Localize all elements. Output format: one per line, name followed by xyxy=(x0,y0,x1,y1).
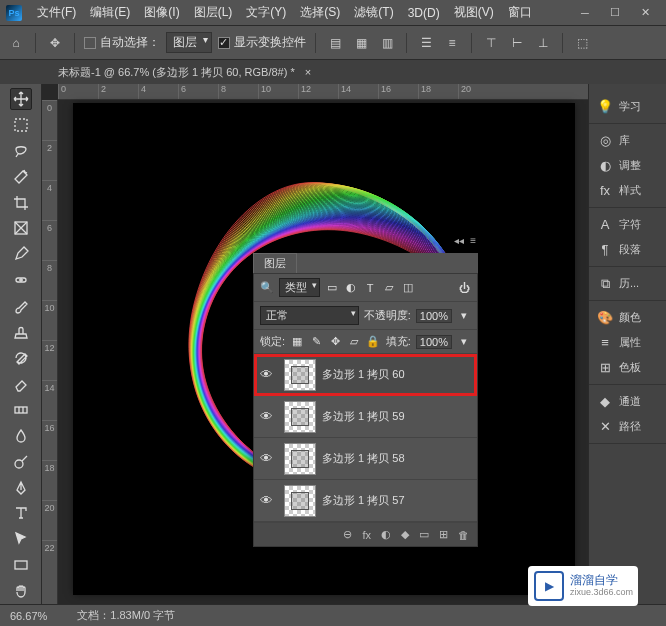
layer-row[interactable]: 👁多边形 1 拷贝 60 xyxy=(254,354,477,396)
panel-通道[interactable]: ◆通道 xyxy=(589,389,666,414)
layer-row[interactable]: 👁多边形 1 拷贝 57 xyxy=(254,480,477,522)
panel-属性[interactable]: ≡属性 xyxy=(589,330,666,355)
lock-pixels-icon[interactable]: ▦ xyxy=(290,335,304,349)
blur-tool[interactable] xyxy=(10,425,32,447)
panel-路径[interactable]: ✕路径 xyxy=(589,414,666,439)
visibility-icon[interactable]: 👁 xyxy=(254,367,278,382)
menu-select[interactable]: 选择(S) xyxy=(293,4,347,21)
layer-foot-btn-2[interactable]: ◐ xyxy=(381,528,391,541)
move-tool[interactable] xyxy=(10,88,32,110)
align-right-icon[interactable]: ▥ xyxy=(377,33,397,53)
filter-toggle[interactable]: ⏻ xyxy=(457,281,471,295)
search-icon[interactable]: 🔍 xyxy=(260,281,274,295)
marquee-tool[interactable] xyxy=(10,114,32,136)
align-top-icon[interactable]: ⊤ xyxy=(481,33,501,53)
lock-all-icon[interactable]: 🔒 xyxy=(366,335,380,349)
menu-view[interactable]: 视图(V) xyxy=(447,4,501,21)
show-transform-check[interactable]: 显示变换控件 xyxy=(218,34,306,51)
doc-info[interactable]: 文档：1.83M/0 字节 xyxy=(77,608,175,623)
eraser-tool[interactable] xyxy=(10,373,32,395)
layer-foot-btn-3[interactable]: ◆ xyxy=(401,528,409,541)
auto-select-check[interactable]: 自动选择： xyxy=(84,34,160,51)
panel-collapse-icon[interactable]: ◂◂ xyxy=(454,235,464,246)
layer-thumbnail[interactable] xyxy=(284,443,316,475)
align-left-icon[interactable]: ▤ xyxy=(325,33,345,53)
layer-foot-btn-0[interactable]: ⊖ xyxy=(343,528,352,541)
opacity-value[interactable]: 100% xyxy=(416,309,452,323)
layer-name[interactable]: 多边形 1 拷贝 59 xyxy=(322,409,477,424)
lock-brush-icon[interactable]: ✎ xyxy=(309,335,323,349)
menu-layer[interactable]: 图层(L) xyxy=(187,4,240,21)
align-center-icon[interactable]: ▦ xyxy=(351,33,371,53)
chevron-down-icon[interactable]: ▾ xyxy=(457,309,471,323)
hand-tool[interactable] xyxy=(10,580,32,602)
filter-type-icon[interactable]: T xyxy=(363,281,377,295)
layer-foot-btn-4[interactable]: ▭ xyxy=(419,528,429,541)
panel-样式[interactable]: fx样式 xyxy=(589,178,666,203)
align-middle-icon[interactable]: ⊢ xyxy=(507,33,527,53)
panel-段落[interactable]: ¶段落 xyxy=(589,237,666,262)
layer-foot-btn-5[interactable]: ⊞ xyxy=(439,528,448,541)
visibility-icon[interactable]: 👁 xyxy=(254,409,278,424)
menu-window[interactable]: 窗口 xyxy=(501,4,539,21)
layer-thumbnail[interactable] xyxy=(284,401,316,433)
document-tab[interactable]: 未标题-1 @ 66.7% (多边形 1 拷贝 60, RGB/8#) * xyxy=(50,65,303,80)
window-maximize[interactable]: ☐ xyxy=(600,6,630,19)
lock-artboard-icon[interactable]: ▱ xyxy=(347,335,361,349)
menu-3d[interactable]: 3D(D) xyxy=(401,6,447,20)
panel-字符[interactable]: A字符 xyxy=(589,212,666,237)
lock-position-icon[interactable]: ✥ xyxy=(328,335,342,349)
menu-image[interactable]: 图像(I) xyxy=(137,4,186,21)
filter-smart-icon[interactable]: ◫ xyxy=(401,281,415,295)
layer-name[interactable]: 多边形 1 拷贝 60 xyxy=(322,367,477,382)
layer-row[interactable]: 👁多边形 1 拷贝 59 xyxy=(254,396,477,438)
clone-stamp-tool[interactable] xyxy=(10,321,32,343)
lasso-tool[interactable] xyxy=(10,140,32,162)
filter-shape-icon[interactable]: ▱ xyxy=(382,281,396,295)
frame-tool[interactable] xyxy=(10,218,32,240)
blend-mode-select[interactable]: 正常 xyxy=(260,306,359,325)
dodge-tool[interactable] xyxy=(10,451,32,473)
chevron-down-icon[interactable]: ▾ xyxy=(457,335,471,349)
panel-色板[interactable]: ⊞色板 xyxy=(589,355,666,380)
menu-filter[interactable]: 滤镜(T) xyxy=(347,4,400,21)
rectangle-tool[interactable] xyxy=(10,554,32,576)
layer-foot-btn-1[interactable]: fx xyxy=(362,529,371,541)
menu-file[interactable]: 文件(F) xyxy=(30,4,83,21)
window-close[interactable]: ✕ xyxy=(630,6,660,19)
visibility-icon[interactable]: 👁 xyxy=(254,493,278,508)
layer-row[interactable]: 👁多边形 1 拷贝 58 xyxy=(254,438,477,480)
distribute-v-icon[interactable]: ≡ xyxy=(442,33,462,53)
align-bottom-icon[interactable]: ⊥ xyxy=(533,33,553,53)
move-tool-icon[interactable]: ✥ xyxy=(45,33,65,53)
brush-tool[interactable] xyxy=(10,295,32,317)
eyedropper-tool[interactable] xyxy=(10,243,32,265)
panel-学习[interactable]: 💡学习 xyxy=(589,94,666,119)
layer-foot-btn-6[interactable]: 🗑 xyxy=(458,529,469,541)
panel-历...[interactable]: ⧉历... xyxy=(589,271,666,296)
menu-edit[interactable]: 编辑(E) xyxy=(83,4,137,21)
pen-tool[interactable] xyxy=(10,477,32,499)
filter-adjust-icon[interactable]: ◐ xyxy=(344,281,358,295)
spot-heal-tool[interactable] xyxy=(10,269,32,291)
menu-type[interactable]: 文字(Y) xyxy=(239,4,293,21)
history-brush-tool[interactable] xyxy=(10,347,32,369)
visibility-icon[interactable]: 👁 xyxy=(254,451,278,466)
panel-调整[interactable]: ◐调整 xyxy=(589,153,666,178)
gradient-tool[interactable] xyxy=(10,399,32,421)
panel-menu-icon[interactable]: ≡ xyxy=(470,235,476,246)
home-icon[interactable]: ⌂ xyxy=(6,33,26,53)
crop-tool[interactable] xyxy=(10,192,32,214)
layer-thumbnail[interactable] xyxy=(284,485,316,517)
zoom-level[interactable]: 66.67% xyxy=(10,610,47,622)
layers-tab[interactable]: 图层 xyxy=(253,253,297,273)
layer-thumbnail[interactable] xyxy=(284,359,316,391)
layer-filter-type[interactable]: 类型 xyxy=(279,278,320,297)
window-minimize[interactable]: ─ xyxy=(570,7,600,19)
magic-wand-tool[interactable] xyxy=(10,166,32,188)
layer-name[interactable]: 多边形 1 拷贝 57 xyxy=(322,493,477,508)
path-select-tool[interactable] xyxy=(10,528,32,550)
layer-name[interactable]: 多边形 1 拷贝 58 xyxy=(322,451,477,466)
filter-pixel-icon[interactable]: ▭ xyxy=(325,281,339,295)
tab-close-icon[interactable]: × xyxy=(305,66,311,78)
